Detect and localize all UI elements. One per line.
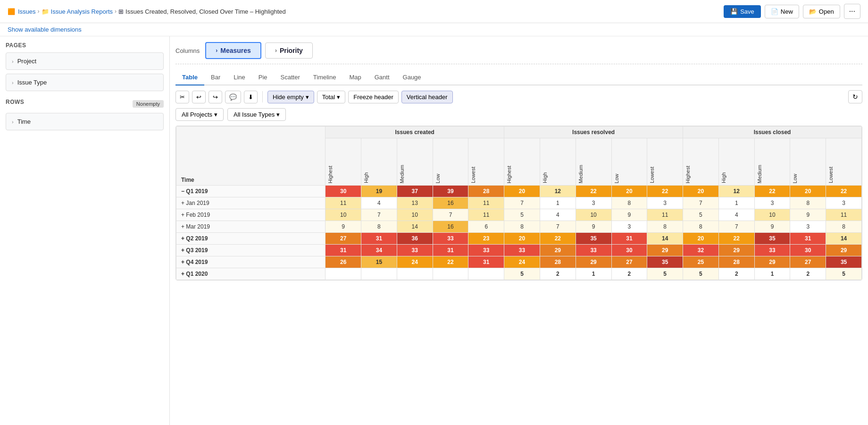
created-1-3: 16 <box>433 197 468 209</box>
created-2-3: 7 <box>433 209 468 221</box>
undo-button[interactable]: ↩ <box>192 91 206 103</box>
table-row: + Feb 20191071071154109115410911 <box>176 209 862 221</box>
tab-line[interactable]: Line <box>227 70 252 85</box>
resolved-6-3: 27 <box>611 256 647 268</box>
time-cell-2: + Feb 2019 <box>176 209 326 221</box>
vertical-header-button[interactable]: Vertical header <box>401 91 453 103</box>
created-0-1: 19 <box>361 186 397 197</box>
created-0-3: 39 <box>433 186 468 197</box>
tab-bar[interactable]: Bar <box>204 70 227 85</box>
priority-label: Priority <box>280 47 303 54</box>
tab-timeline[interactable]: Timeline <box>307 70 343 85</box>
table-row: + Q2 2019273136332320223531142022353114 <box>176 233 862 245</box>
hide-empty-button[interactable]: Hide empty ▾ <box>267 91 314 103</box>
resolved-6-2: 29 <box>576 256 611 268</box>
closed-0-3: 20 <box>790 186 826 197</box>
created-5-0: 31 <box>326 245 361 256</box>
closed-2-2: 10 <box>754 209 790 221</box>
redo-button[interactable]: ↪ <box>209 91 222 103</box>
tab-gantt[interactable]: Gantt <box>368 70 396 85</box>
breadcrumb-issues[interactable]: Issues <box>18 8 36 15</box>
projects-chevron: ▾ <box>214 111 217 118</box>
breadcrumb-reports[interactable]: Issue Analysis Reports <box>51 8 113 15</box>
tab-map[interactable]: Map <box>342 70 367 85</box>
created-5-3: 31 <box>433 245 468 256</box>
tab-pie[interactable]: Pie <box>252 70 274 85</box>
closed-1-1: 1 <box>718 197 754 209</box>
priority-col-1-1: High <box>540 138 576 186</box>
created-3-2: 14 <box>397 221 433 233</box>
closed-2-1: 4 <box>718 209 754 221</box>
table-row: + Jan 20191141316117138371383 <box>176 197 862 209</box>
chevron-right-icon-3: › <box>12 119 14 125</box>
save-button[interactable]: 💾 Save <box>724 5 761 18</box>
priority-chip[interactable]: › Priority <box>265 42 313 59</box>
priority-col-1-3: Low <box>611 138 647 186</box>
priority-col-1-2: Medium <box>576 138 611 186</box>
comment-button[interactable]: 💬 <box>225 91 241 103</box>
closed-6-1: 28 <box>718 256 754 268</box>
total-chevron: ▾ <box>337 94 340 101</box>
nonempty-badge: Nonempty <box>133 100 164 108</box>
closed-2-3: 9 <box>790 209 826 221</box>
tab-gauge[interactable]: Gauge <box>396 70 428 85</box>
tab-table[interactable]: Table <box>175 70 204 85</box>
resolved-1-0: 7 <box>504 197 540 209</box>
table-row: + Q4 2019261524223124282927352528292735 <box>176 256 862 268</box>
scissors-button[interactable]: ✂ <box>175 91 189 103</box>
open-button[interactable]: 📂 Open <box>803 5 840 18</box>
resolved-6-4: 35 <box>647 256 683 268</box>
open-icon: 📂 <box>809 8 817 15</box>
issue-types-filter[interactable]: All Issue Types ▾ <box>227 108 286 121</box>
resolved-1-2: 3 <box>576 197 611 209</box>
priority-arrow: › <box>275 47 277 54</box>
measures-chip[interactable]: › Measures <box>205 42 261 59</box>
panel-item-time[interactable]: › Time <box>6 113 164 130</box>
show-dims-link[interactable]: Show available dimensions <box>8 26 82 33</box>
closed-5-2: 33 <box>754 245 790 256</box>
freeze-header-button[interactable]: Freeze header <box>348 91 399 103</box>
panel-item-issue-type[interactable]: › Issue Type <box>6 74 164 91</box>
issues-icon: 🟧 <box>8 8 15 15</box>
created-6-2: 24 <box>397 256 433 268</box>
total-button[interactable]: Total ▾ <box>317 91 345 103</box>
closed-1-3: 8 <box>790 197 826 209</box>
resolved-5-0: 33 <box>504 245 540 256</box>
time-cell-7: + Q1 2020 <box>176 268 326 280</box>
created-2-1: 7 <box>361 209 397 221</box>
tab-scatter[interactable]: Scatter <box>274 70 307 85</box>
created-7-4 <box>468 268 504 280</box>
chevron-right-icon-2: › <box>12 80 14 85</box>
new-button[interactable]: 📄 New <box>765 5 799 18</box>
more-button[interactable]: ··· <box>844 4 860 19</box>
resolved-3-0: 8 <box>504 221 540 233</box>
resolved-7-0: 5 <box>504 268 540 280</box>
created-0-0: 30 <box>326 186 361 197</box>
new-icon: 📄 <box>771 8 778 15</box>
resolved-7-1: 2 <box>540 268 576 280</box>
closed-4-3: 31 <box>790 233 826 245</box>
time-cell-5: + Q3 2019 <box>176 245 326 256</box>
hide-empty-chevron: ▾ <box>306 94 309 101</box>
closed-3-0: 8 <box>683 221 719 233</box>
resolved-6-1: 28 <box>540 256 576 268</box>
chevron-right-icon: › <box>12 59 14 64</box>
download-button[interactable]: ⬇ <box>244 91 258 103</box>
resolved-0-3: 20 <box>611 186 647 197</box>
created-7-0 <box>326 268 361 280</box>
closed-4-1: 22 <box>718 233 754 245</box>
chart-tabs: Table Bar Line Pie Scatter Timeline Map … <box>175 70 862 85</box>
toolbar: ✂ ↩ ↪ 💬 ⬇ Hide empty ▾ Total ▾ Freeze he… <box>175 90 862 103</box>
created-4-1: 31 <box>361 233 397 245</box>
resolved-4-4: 14 <box>647 233 683 245</box>
measures-arrow: › <box>216 47 217 54</box>
resolved-7-2: 1 <box>576 268 611 280</box>
closed-1-2: 3 <box>754 197 790 209</box>
resolved-2-0: 5 <box>504 209 540 221</box>
refresh-button[interactable]: ↻ <box>848 90 862 103</box>
closed-7-4: 5 <box>826 268 862 280</box>
created-5-1: 34 <box>361 245 397 256</box>
closed-5-4: 29 <box>826 245 862 256</box>
panel-item-project[interactable]: › Project <box>6 52 164 70</box>
projects-filter[interactable]: All Projects ▾ <box>175 108 224 121</box>
